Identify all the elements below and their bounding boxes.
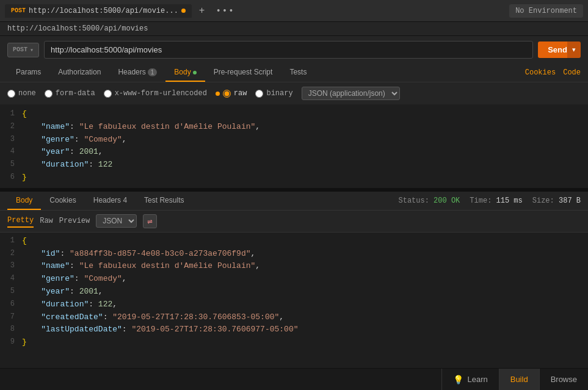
request-tabs: Params Authorization Headers1 Body Pre-r… (0, 63, 588, 82)
send-button[interactable]: Send (538, 42, 567, 58)
body-binary-option[interactable]: binary (255, 89, 292, 98)
method-label: POST (13, 46, 27, 53)
response-format-select[interactable]: JSON (96, 214, 137, 228)
tab-authorization[interactable]: Authorization (49, 63, 109, 82)
resp-line-7: 7 "createdDate": "2019-05-27T17:28:30.76… (0, 311, 588, 324)
resp-line-8: 8 "lastUpdatedDate": "2019-05-27T17:28:3… (0, 323, 588, 336)
body-urlencoded-option[interactable]: x-www-form-urlencoded (104, 89, 207, 98)
bulb-icon: 💡 (453, 375, 463, 385)
request-area: POST ▾ Send ▾ Params Authorization Heade… (0, 36, 588, 189)
wrap-icon[interactable]: ⇌ (143, 214, 156, 228)
tab-params[interactable]: Params (7, 63, 49, 82)
method-url-row: POST ▾ Send ▾ (0, 36, 588, 63)
method-dropdown-icon: ▾ (30, 46, 34, 54)
req-line-4: 4 "year": 2001, (0, 146, 588, 159)
resp-tab-cookies[interactable]: Cookies (41, 192, 84, 210)
response-tabs: Body Cookies Headers 4 Test Results Stat… (0, 192, 588, 211)
build-label: Build (510, 375, 528, 384)
environment-selector[interactable]: No Environment (509, 4, 583, 18)
unsaved-dot (181, 9, 186, 13)
pretty-tab-raw[interactable]: Raw (40, 215, 53, 227)
tab-method-badge: POST (11, 7, 26, 14)
add-tab-button[interactable]: + (195, 4, 209, 18)
pretty-tab-preview[interactable]: Preview (59, 215, 90, 227)
req-line-2: 2 "name": "Le fabuleux destin d'Amélie P… (0, 121, 588, 134)
resp-tab-test-results[interactable]: Test Results (136, 192, 192, 210)
request-tab[interactable]: POST http://localhost:5000/api/movie... (5, 4, 192, 18)
tab-url: http://localhost:5000/api/movie... (29, 7, 178, 15)
body-options: none form-data x-www-form-urlencoded raw… (0, 82, 588, 104)
breadcrumb-url: http://localhost:5000/api/movies (0, 22, 588, 36)
response-status: Status: 200 OK Time: 115 ms Size: 387 B (399, 197, 581, 205)
send-group: Send ▾ (538, 42, 581, 58)
tab-headers[interactable]: Headers1 (109, 63, 165, 82)
tab-body[interactable]: Body (165, 63, 205, 82)
raw-dot (216, 92, 220, 96)
response-area: Body Cookies Headers 4 Test Results Stat… (0, 192, 588, 368)
resp-line-1: 1 { (0, 235, 588, 248)
learn-label: Learn (467, 375, 487, 384)
browse-label: Browse (551, 375, 577, 384)
learn-button[interactable]: 💡 Learn (441, 369, 498, 390)
req-line-6: 6 } (0, 172, 588, 184)
more-tabs-button[interactable]: ••• (212, 5, 238, 17)
body-form-data-option[interactable]: form-data (45, 89, 95, 98)
resp-line-5: 5 "year": 2001, (0, 286, 588, 298)
size-label: Size: 387 B (532, 197, 581, 205)
resp-line-4: 4 "genre": "Comedy", (0, 273, 588, 286)
request-body-editor[interactable]: 1 { 2 "name": "Le fabuleux destin d'Amél… (0, 104, 588, 188)
body-dot (193, 71, 197, 74)
browse-button[interactable]: Browse (539, 369, 588, 390)
resp-line-6: 6 "duration": 122, (0, 298, 588, 311)
url-input[interactable] (44, 41, 533, 59)
bottom-bar: 💡 Learn Build Browse (0, 368, 588, 390)
tab-tests[interactable]: Tests (281, 63, 315, 82)
status-label: Status: 200 OK (399, 197, 460, 205)
req-line-5: 5 "duration": 122 (0, 159, 588, 172)
response-body: 1 { 2 "id": "a884ff3b-d857-4e08-b3c0-a27… (0, 233, 588, 368)
pretty-row: Pretty Raw Preview JSON ⇌ (0, 211, 588, 233)
req-line-1: 1 { (0, 108, 588, 121)
method-select[interactable]: POST ▾ (7, 43, 39, 57)
top-bar: POST http://localhost:5000/api/movie... … (0, 0, 588, 22)
body-format-select[interactable]: JSON (application/json) (302, 87, 400, 100)
cookies-link[interactable]: Cookies (525, 68, 556, 77)
resp-line-2: 2 "id": "a884ff3b-d857-4e08-b3c0-a273ae7… (0, 248, 588, 261)
resp-line-3: 3 "name": "Le fabuleux destin d'Amélie P… (0, 260, 588, 273)
resp-line-9: 9 } (0, 336, 588, 349)
request-tabs-right: Cookies Code (525, 68, 581, 77)
req-line-3: 3 "genre": "Comedy", (0, 134, 588, 146)
build-button[interactable]: Build (499, 369, 539, 390)
resp-tab-body[interactable]: Body (7, 192, 41, 210)
body-none-option[interactable]: none (7, 89, 36, 98)
time-label: Time: 115 ms (470, 197, 522, 205)
resp-tab-headers[interactable]: Headers 4 (85, 192, 136, 210)
body-raw-option[interactable]: raw (216, 89, 247, 98)
pretty-tab-pretty[interactable]: Pretty (7, 214, 34, 228)
code-link[interactable]: Code (563, 68, 581, 77)
tab-pre-request-script[interactable]: Pre-request Script (205, 63, 281, 82)
send-dropdown-button[interactable]: ▾ (567, 42, 581, 58)
